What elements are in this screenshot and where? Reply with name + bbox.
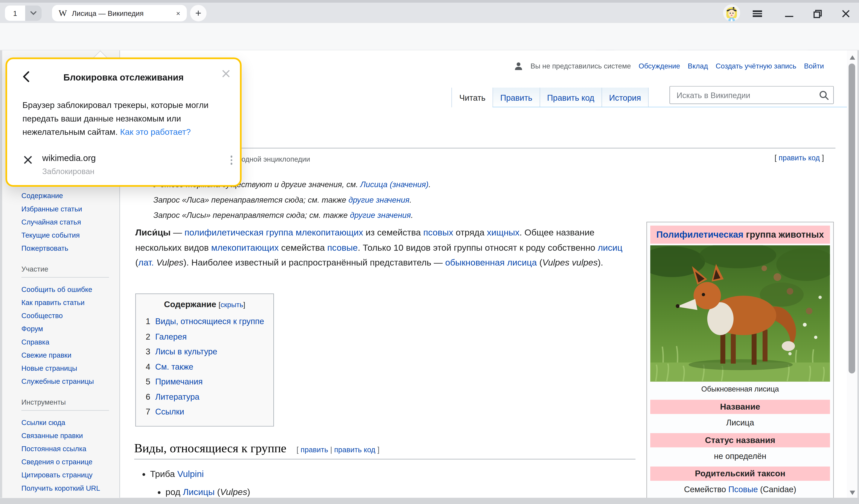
window-titlebar — [0, 0, 859, 3]
sidebar-item[interactable]: Форум — [21, 324, 115, 335]
tab-strip: 1 W Лисица — Википедия × + — [0, 3, 859, 23]
close-icon — [842, 10, 850, 18]
fox-photo[interactable] — [650, 245, 830, 382]
sidebar-item[interactable]: Связанные правки — [21, 430, 115, 441]
minimize-button[interactable] — [783, 8, 795, 20]
browser-menu-button[interactable] — [751, 8, 763, 20]
sidebar-item[interactable]: Как править статьи — [21, 297, 115, 308]
row-value: не определён — [650, 447, 830, 464]
taxobox-row: Статус названия не определён — [650, 433, 830, 464]
section-title: Виды, относящиеся к группе — [134, 441, 286, 455]
sidebar-item[interactable]: Справка — [21, 337, 115, 348]
row-header: Родительский таксон — [650, 467, 830, 480]
sidebar-item[interactable]: Цитировать страницу — [21, 470, 115, 481]
blocked-site-menu-button[interactable] — [230, 155, 232, 165]
personal-link-create-account[interactable]: Создать учётную запись — [715, 62, 796, 70]
sidebar-item[interactable]: Текущие события — [21, 230, 115, 241]
avatar-girl-icon — [723, 4, 740, 21]
blocked-site-status: Заблокирован — [42, 167, 94, 176]
popup-close-button[interactable] — [222, 69, 230, 80]
sidebar-participation-list: Сообщить об ошибкеКак править статьиСооб… — [21, 284, 115, 387]
restore-window-icon — [813, 9, 822, 18]
toc-item[interactable]: 6Литература — [146, 389, 267, 404]
toc-item[interactable]: 3Лисы в культуре — [146, 344, 267, 359]
taxobox-header: Полифилетическая группа животных — [650, 226, 830, 244]
close-window-button[interactable] — [840, 8, 852, 20]
sidebar-item[interactable]: Пожертвовать — [21, 243, 115, 254]
profile-avatar[interactable] — [723, 4, 740, 21]
toc-hide-link[interactable]: скрыть — [221, 301, 243, 309]
popup-title: Блокировка отслеживания — [7, 72, 240, 83]
table-of-contents: Содержание [скрыть] 1Виды, относящиеся к… — [135, 293, 274, 426]
taxobox-row: Название Лисица — [650, 400, 830, 431]
toc-item[interactable]: 5Примечания — [146, 374, 267, 389]
lead-paragraph: Лиси́цы — полифилетическая группа млекоп… — [135, 225, 624, 270]
sidebar-item[interactable]: Постоянная ссылка — [21, 443, 115, 454]
tab-read[interactable]: Читать — [452, 88, 493, 107]
tab-close-icon[interactable]: × — [176, 9, 180, 17]
toc-item[interactable]: 4См. также — [146, 359, 267, 374]
hatnote-3: Запрос «Лисы» перенаправляется сюда; см.… — [153, 211, 413, 219]
image-caption: Обыкновенная лисица — [650, 382, 830, 398]
scrollbar-thumb[interactable] — [849, 63, 855, 373]
species-sublist-item: род Лисицы (Vulpes) — [158, 487, 250, 497]
user-icon — [514, 62, 523, 70]
personal-link-talk[interactable]: Обсуждение — [639, 62, 680, 70]
tab-rule — [471, 107, 847, 108]
sidebar-item[interactable]: Сообщить об ошибке — [21, 284, 115, 295]
tab-edit[interactable]: Править — [493, 88, 540, 107]
wiki-search[interactable] — [669, 86, 834, 104]
toc-item[interactable]: 7Ссылки — [146, 404, 267, 419]
chevron-down-icon — [30, 11, 37, 15]
view-tabs: Читать Править Править код История — [452, 88, 649, 107]
new-tab-button[interactable]: + — [190, 5, 207, 21]
close-icon — [222, 70, 230, 78]
taxobox-row: Родительский таксон Семейство Псовые (Ca… — [650, 467, 830, 498]
x-icon — [24, 155, 32, 164]
tab-title: Лисица — Википедия — [72, 9, 171, 17]
personal-link-login[interactable]: Войти — [804, 62, 824, 70]
toc-title: Содержание [скрыть] — [142, 300, 267, 309]
hatnote-2: Запрос «Лиса» перенаправляется сюда; см.… — [153, 196, 412, 204]
section-heading-block: Виды, относящиеся к группе [ править | п… — [134, 441, 635, 459]
popup-description: Браузер заблокировал трекеры, которые мо… — [22, 98, 229, 139]
taxobox-rows: Название Лисица Статус названия не опред… — [650, 400, 830, 498]
sidebar-item[interactable]: Сведения о странице — [21, 457, 115, 468]
edit-link[interactable]: править — [301, 446, 328, 454]
window-left-edge — [0, 50, 2, 498]
scrollbar-down-arrow[interactable] — [850, 491, 855, 495]
hamburger-menu-icon — [753, 10, 762, 18]
sidebar-item[interactable]: Случайная статья — [21, 217, 115, 228]
tracking-protection-popup: Блокировка отслеживания Браузер заблокир… — [5, 58, 242, 187]
restore-button[interactable] — [811, 8, 823, 20]
how-it-works-link[interactable]: Как это работает? — [120, 127, 191, 136]
sidebar-item[interactable]: Свежие правки — [21, 350, 115, 361]
active-tab[interactable]: W Лисица — Википедия × — [52, 5, 187, 21]
section-edit-links[interactable]: [ править | править код ] — [297, 446, 379, 454]
sidebar-item[interactable]: Новые страницы — [21, 363, 115, 374]
tab-counter[interactable]: 1 — [5, 5, 25, 21]
tab-list-chevron-button[interactable] — [25, 5, 42, 21]
toc-item[interactable]: 1Виды, относящиеся к группе — [146, 314, 267, 329]
blocked-site-remove-button[interactable] — [24, 155, 32, 166]
tab-history[interactable]: История — [602, 88, 649, 107]
edit-source-top[interactable]: [ править код ] — [774, 154, 824, 162]
edit-source-link[interactable]: править код — [334, 446, 375, 454]
toc-item[interactable]: 2Галерея — [146, 329, 267, 344]
search-icon[interactable] — [819, 90, 829, 100]
sidebar-item[interactable]: Получить короткий URL — [21, 483, 115, 494]
tab-edit-source[interactable]: Править код — [540, 88, 602, 107]
sidebar-item[interactable]: Содержание — [21, 190, 115, 201]
fox-image — [650, 245, 830, 382]
sidebar-nav-list: СодержаниеИзбранные статьиСлучайная стат… — [21, 190, 115, 254]
sidebar-item[interactable]: Избранные статьи — [21, 204, 115, 215]
sidebar-item[interactable]: Служебные страницы — [21, 376, 115, 387]
tab-group-control[interactable]: 1 — [5, 5, 42, 21]
search-input[interactable] — [675, 90, 819, 100]
taxobox: Полифилетическая группа животных — [646, 222, 834, 498]
sidebar-item[interactable]: Ссылки сюда — [21, 417, 115, 428]
window-right-edge — [857, 50, 859, 498]
scrollbar-up-arrow[interactable] — [850, 56, 855, 60]
sidebar-item[interactable]: Сообщество — [21, 310, 115, 321]
personal-link-contributions[interactable]: Вклад — [688, 62, 708, 70]
